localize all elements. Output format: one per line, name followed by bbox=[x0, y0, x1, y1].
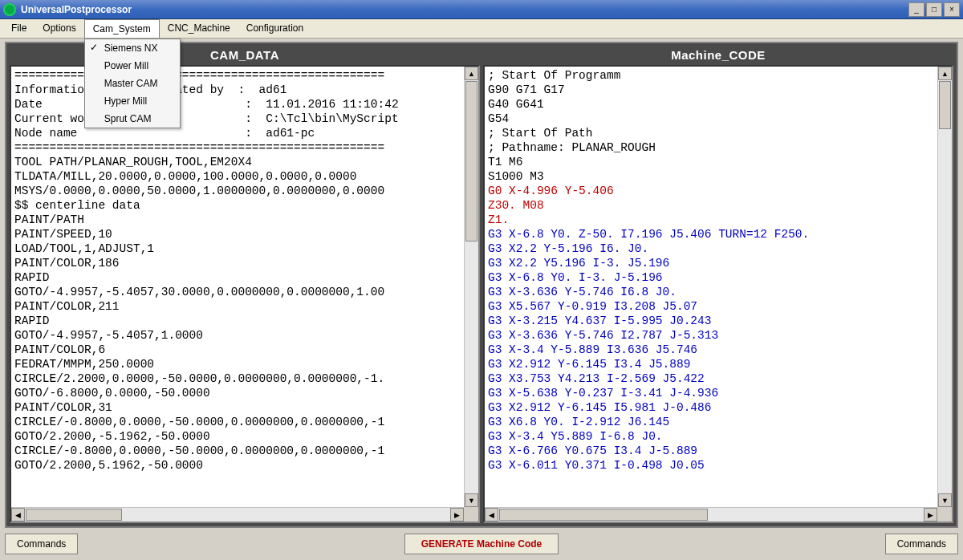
scroll-corner bbox=[937, 507, 952, 521]
right-pane-body-wrap: ; Start Of Programm G90 G71 G17 G40 G641… bbox=[483, 65, 953, 523]
code-line: G54 bbox=[488, 112, 509, 125]
machine-code-text[interactable]: ; Start Of Programm G90 G71 G17 G40 G641… bbox=[485, 67, 937, 507]
code-line: G3 X-3.636 Y-5.746 I2.787 J-5.313 bbox=[488, 329, 718, 342]
left-scroll-v-thumb[interactable] bbox=[465, 81, 477, 241]
code-line: ; Pathname: PLANAR_ROUGH bbox=[488, 141, 656, 154]
window-titlebar: UniversalPostprocessor _ □ × bbox=[0, 0, 963, 19]
right-scroll-h-thumb[interactable] bbox=[499, 509, 708, 521]
code-line: G3 X-3.4 Y5.889 I-6.8 J0. bbox=[488, 430, 663, 443]
scroll-right-icon[interactable]: ▶ bbox=[450, 508, 464, 521]
window-title: UniversalPostprocessor bbox=[21, 4, 132, 15]
dd-siemens-nx[interactable]: Siemens NX bbox=[85, 39, 180, 57]
scroll-left-icon[interactable]: ◀ bbox=[485, 508, 498, 521]
commands-left-button[interactable]: Commands bbox=[5, 534, 78, 554]
bottom-bar: Commands GENERATE Machine Code Commands bbox=[5, 531, 958, 557]
left-scroll-v[interactable]: ▲ ▼ bbox=[464, 67, 478, 507]
left-pane: CAM_DATA ===============================… bbox=[10, 47, 480, 523]
right-scroll-v-thumb[interactable] bbox=[939, 81, 951, 129]
code-line: ; Start Of Path bbox=[488, 127, 593, 140]
code-line: G3 X2.912 Y-6.145 I3.4 J5.889 bbox=[488, 358, 690, 371]
code-line: G3 X-5.638 Y-0.237 I-3.41 J-4.936 bbox=[488, 387, 718, 400]
dd-power-mill[interactable]: Power Mill bbox=[85, 57, 180, 75]
left-pane-body-wrap: ========================================… bbox=[10, 65, 480, 523]
code-line: G3 X-3.4 Y-5.889 I3.636 J5.746 bbox=[488, 343, 697, 356]
code-line: G3 X-3.636 Y-5.746 I6.8 J0. bbox=[488, 286, 677, 298]
menu-configuration[interactable]: Configuration bbox=[238, 19, 311, 38]
code-line: G40 G641 bbox=[488, 98, 544, 111]
commands-right-button[interactable]: Commands bbox=[885, 534, 958, 554]
code-line: G3 X6.8 Y0. I-2.912 J6.145 bbox=[488, 416, 669, 428]
code-line: Z1. bbox=[488, 213, 509, 226]
left-pane-title: CAM_DATA bbox=[10, 47, 480, 65]
left-scroll-h[interactable]: ◀ ▶ bbox=[11, 507, 464, 521]
menu-cam-system[interactable]: Cam_System Siemens NX Power Mill Master … bbox=[84, 19, 160, 38]
scroll-corner bbox=[464, 507, 478, 521]
menu-options[interactable]: Options bbox=[35, 19, 83, 38]
scroll-left-icon[interactable]: ◀ bbox=[11, 508, 25, 521]
menu-cnc-machine[interactable]: CNC_Machine bbox=[160, 19, 238, 38]
app-icon bbox=[3, 3, 16, 16]
code-line: G3 X2.912 Y-6.145 I5.981 J-0.486 bbox=[488, 401, 711, 414]
dd-hyper-mill[interactable]: Hyper Mill bbox=[85, 92, 180, 110]
scroll-up-icon[interactable]: ▲ bbox=[938, 67, 952, 80]
code-line: G3 X2.2 Y5.196 I-3. J5.196 bbox=[488, 257, 669, 270]
code-line: G3 X5.567 Y-0.919 I3.208 J5.07 bbox=[488, 300, 697, 313]
scroll-up-icon[interactable]: ▲ bbox=[465, 67, 478, 80]
close-button[interactable]: × bbox=[944, 2, 960, 17]
cam-system-dropdown: Siemens NX Power Mill Master CAM Hyper M… bbox=[84, 39, 181, 128]
code-line: G90 G71 G17 bbox=[488, 83, 565, 96]
code-line: G3 X-6.8 Y0. I-3. J-5.196 bbox=[488, 271, 663, 284]
code-line: Z30. M08 bbox=[488, 199, 544, 212]
right-scroll-h[interactable]: ◀ ▶ bbox=[485, 507, 937, 521]
right-pane-title: Machine_CODE bbox=[483, 47, 953, 65]
code-line: S1000 M3 bbox=[488, 170, 544, 183]
code-line: G3 X-3.215 Y4.637 I-5.995 J0.243 bbox=[488, 314, 711, 327]
code-line: G0 X-4.996 Y-5.406 bbox=[488, 185, 614, 197]
code-line: ; Start Of Programm bbox=[488, 69, 620, 82]
code-line: G3 X-6.766 Y0.675 I3.4 J-5.889 bbox=[488, 444, 697, 457]
scroll-down-icon[interactable]: ▼ bbox=[938, 493, 952, 507]
scroll-down-icon[interactable]: ▼ bbox=[465, 493, 478, 507]
code-line: T1 M6 bbox=[488, 156, 523, 168]
generate-machine-code-button[interactable]: GENERATE Machine Code bbox=[404, 534, 559, 554]
left-scroll-h-thumb[interactable] bbox=[26, 509, 122, 521]
minimize-button[interactable]: _ bbox=[908, 2, 924, 17]
menubar: File Options Cam_System Siemens NX Power… bbox=[0, 19, 963, 39]
cam-data-text[interactable]: ========================================… bbox=[11, 67, 464, 507]
maximize-button[interactable]: □ bbox=[926, 2, 942, 17]
code-line: G3 X-6.011 Y0.371 I-0.498 J0.05 bbox=[488, 459, 705, 472]
menu-file[interactable]: File bbox=[3, 19, 35, 38]
menu-cam-system-label: Cam_System bbox=[93, 23, 151, 34]
code-line: G3 X3.753 Y4.213 I-2.569 J5.422 bbox=[488, 372, 705, 385]
code-line: G3 X2.2 Y-5.196 I6. J0. bbox=[488, 242, 648, 255]
right-pane: Machine_CODE ; Start Of Programm G90 G71… bbox=[483, 47, 953, 523]
dd-master-cam[interactable]: Master CAM bbox=[85, 75, 180, 92]
dd-sprut-cam[interactable]: Sprut CAM bbox=[85, 110, 180, 128]
scroll-right-icon[interactable]: ▶ bbox=[924, 508, 937, 521]
code-line: G3 X-6.8 Y0. Z-50. I7.196 J5.406 TURN=12… bbox=[488, 228, 809, 241]
right-scroll-v[interactable]: ▲ ▼ bbox=[937, 67, 952, 507]
